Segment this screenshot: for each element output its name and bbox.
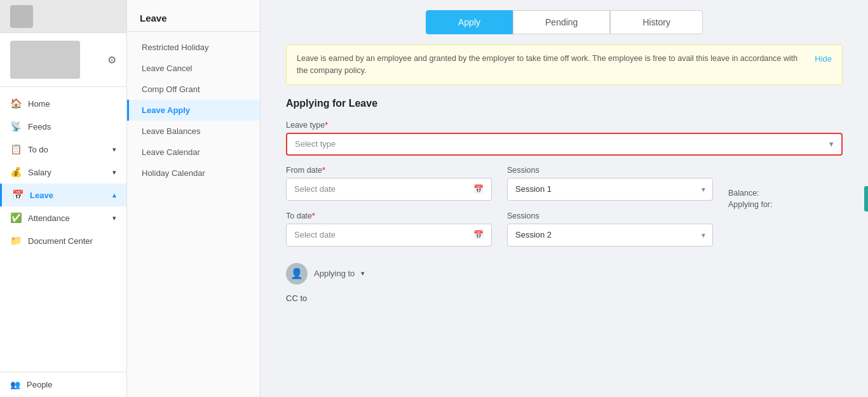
sessions-from-col: Sessions Session 1 Session 2 — [507, 166, 713, 211]
from-date-placeholder: Select date — [294, 184, 336, 194]
from-date-label: From date* — [286, 166, 492, 175]
sessions-to-group: Sessions Session 1 Session 2 — [507, 212, 713, 246]
dropdown-arrow-icon: ▾ — [829, 139, 834, 149]
sessions-to-label: Sessions — [507, 212, 713, 220]
sub-nav-comp-off-grant[interactable]: Comp Off Grant — [127, 79, 260, 100]
sidebar-item-label: Home — [28, 99, 50, 109]
sidebar-item-todo[interactable]: 📋 To do ▾ — [0, 138, 126, 161]
sub-nav-leave-cancel[interactable]: Leave Cancel — [127, 58, 260, 79]
chevron-down-icon: ▾ — [112, 168, 116, 177]
leave-type-select[interactable]: Select type ▾ — [286, 133, 843, 156]
sessions-from-group: Sessions Session 1 Session 2 — [507, 166, 713, 201]
to-date-input[interactable]: Select date 📅 — [286, 224, 492, 246]
tab-apply[interactable]: Apply — [426, 10, 513, 34]
sessions-from-label: Sessions — [507, 166, 713, 175]
calendar-icon: 📅 — [473, 184, 484, 194]
sidebar-item-leave[interactable]: 📅 Leave ▴ — [0, 184, 126, 206]
info-banner: Leave is earned by an employee and grant… — [286, 44, 843, 85]
sub-nav-restricted-holiday[interactable]: Restricted Holiday — [127, 37, 260, 58]
sidebar-nav: 🏠 Home 📡 Feeds 📋 To do ▾ 💰 Salary ▾ 📅 Le… — [0, 87, 126, 372]
salary-icon: 💰 — [10, 166, 22, 178]
sidebar-item-document-center[interactable]: 📁 Document Center — [0, 229, 126, 252]
applying-to-row[interactable]: 👤 Applying to ▾ — [286, 257, 843, 291]
logo-image — [10, 5, 33, 28]
settings-icon[interactable]: ⚙ — [107, 54, 116, 66]
calendar-icon: 📅 — [473, 230, 484, 239]
from-date-col: From date* Select date 📅 — [286, 166, 492, 211]
sidebar-toggle-bar[interactable] — [864, 186, 868, 212]
attendance-icon: ✅ — [10, 212, 22, 224]
cc-to-row: CC to — [286, 291, 843, 303]
sidebar-item-label: Feeds — [28, 122, 51, 131]
sidebar: ⚙ 🏠 Home 📡 Feeds 📋 To do ▾ 💰 Salary ▾ 📅 … — [0, 0, 127, 397]
from-date-group: From date* Select date 📅 — [286, 166, 492, 201]
document-icon: 📁 — [10, 235, 22, 246]
leave-type-label: Leave type* — [286, 121, 843, 130]
sidebar-item-feeds[interactable]: 📡 Feeds — [0, 115, 126, 138]
profile-image — [10, 41, 80, 79]
chevron-down-icon: ▾ — [361, 269, 365, 278]
todo-icon: 📋 — [10, 144, 22, 155]
sidebar-item-attendance[interactable]: ✅ Attendance ▾ — [0, 206, 126, 229]
tabs-bar: Apply Pending History — [261, 0, 868, 44]
sub-sidebar-title: Leave — [127, 8, 260, 32]
people-label: People — [27, 380, 52, 389]
sidebar-item-salary[interactable]: 💰 Salary ▾ — [0, 161, 126, 184]
sessions-from-select[interactable]: Session 1 Session 2 — [507, 178, 713, 201]
to-date-group: To date* Select date 📅 — [286, 212, 492, 246]
sidebar-item-label: To do — [28, 145, 48, 154]
sessions-to-select[interactable]: Session 1 Session 2 — [507, 224, 713, 246]
sessions-from-wrapper: Session 1 Session 2 — [507, 178, 713, 201]
sub-sidebar: Leave Restricted Holiday Leave Cancel Co… — [127, 0, 261, 397]
sidebar-item-label: Attendance — [28, 213, 70, 223]
avatar: 👤 — [286, 263, 308, 285]
from-date-input[interactable]: Select date 📅 — [286, 178, 492, 201]
balance-info: Balance: Applying for: — [728, 166, 843, 212]
form-title: Applying for Leave — [286, 98, 843, 109]
balance-label: Balance: — [728, 189, 843, 198]
sidebar-item-label: Leave — [30, 191, 53, 200]
sidebar-logo — [0, 0, 126, 33]
info-banner-text: Leave is earned by an employee and grant… — [297, 53, 804, 77]
person-icon: 👤 — [290, 267, 303, 279]
form-area: Leave is earned by an employee and grant… — [261, 44, 868, 397]
sidebar-item-label: Salary — [28, 168, 51, 177]
leave-type-group: Leave type* Select type ▾ — [286, 121, 843, 156]
leave-type-placeholder: Select type — [295, 139, 336, 149]
tab-pending[interactable]: Pending — [513, 10, 610, 34]
date-row: From date* Select date 📅 Sessions Sessio… — [286, 166, 843, 212]
hide-button[interactable]: Hide — [815, 53, 832, 65]
to-date-row: To date* Select date 📅 Sessions Session … — [286, 212, 843, 257]
sub-nav-leave-apply[interactable]: Leave Apply — [127, 100, 260, 121]
main-content: Apply Pending History Leave is earned by… — [261, 0, 868, 397]
chevron-down-icon: ▾ — [112, 214, 116, 222]
to-date-col: To date* Select date 📅 — [286, 212, 492, 257]
to-date-placeholder: Select date — [294, 230, 336, 239]
applying-for-label: Applying for: — [728, 200, 843, 209]
sub-nav-leave-calendar[interactable]: Leave Calendar — [127, 142, 260, 163]
sessions-to-col: Sessions Session 1 Session 2 — [507, 212, 713, 257]
leave-icon: 📅 — [12, 189, 24, 201]
sub-nav-holiday-calendar[interactable]: Holiday Calendar — [127, 163, 260, 184]
chevron-up-icon: ▴ — [112, 191, 116, 199]
sub-nav-leave-balances[interactable]: Leave Balances — [127, 121, 260, 142]
sidebar-item-people[interactable]: 👥 People — [0, 372, 126, 397]
sidebar-item-home[interactable]: 🏠 Home — [0, 92, 126, 115]
home-icon: 🏠 — [10, 98, 22, 109]
people-icon: 👥 — [10, 380, 20, 389]
to-date-label: To date* — [286, 212, 492, 220]
sidebar-item-label: Document Center — [28, 236, 93, 246]
applying-to-label: Applying to — [314, 269, 355, 278]
chevron-down-icon: ▾ — [112, 145, 116, 154]
cc-to-label: CC to — [286, 293, 307, 303]
feeds-icon: 📡 — [10, 121, 22, 132]
tab-history[interactable]: History — [610, 10, 703, 34]
sidebar-profile: ⚙ — [0, 33, 126, 87]
sessions-to-wrapper: Session 1 Session 2 — [507, 224, 713, 246]
